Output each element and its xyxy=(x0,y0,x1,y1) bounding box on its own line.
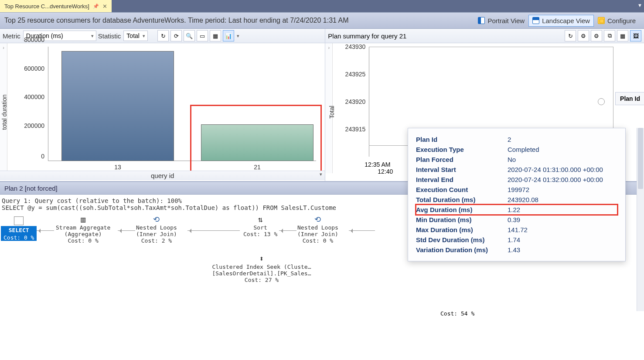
gear-icon xyxy=(598,17,605,24)
refresh-button[interactable]: ↻ xyxy=(565,30,576,41)
plan-summary-title: Plan summary for query 21 xyxy=(328,32,406,40)
document-tab[interactable]: Top Resource C...dventureWorks] 📌 ✕ xyxy=(0,0,112,12)
x-tick: 12:40 xyxy=(378,168,393,175)
y-axis-label: total duration xyxy=(1,95,8,130)
select-node[interactable]: SELECT xyxy=(1,226,37,234)
tooltip-row: Plan ForcedNo xyxy=(416,154,617,165)
unforce-plan-button[interactable]: ⚙ xyxy=(591,30,602,41)
configure-button[interactable]: Configure xyxy=(594,15,640,27)
landscape-icon xyxy=(532,17,539,24)
nested-loops-icon xyxy=(313,215,323,223)
close-icon[interactable]: ✕ xyxy=(102,3,107,10)
header-bar: Top 25 resource consumers for database A… xyxy=(0,12,644,29)
tooltip-row: Avg Duration (ms)1.22 xyxy=(416,205,617,215)
grid-view-button[interactable]: ▦ xyxy=(210,30,221,41)
x-tick: 13 xyxy=(114,164,121,171)
refresh-button[interactable]: ↻ xyxy=(157,30,169,41)
vertical-scrollbar[interactable] xyxy=(637,128,644,311)
toolbar-overflow-icon[interactable]: ▾ xyxy=(237,33,239,39)
x-tick: 12:35 AM xyxy=(365,161,390,168)
portrait-icon xyxy=(478,17,485,24)
landscape-view-button[interactable]: Landscape View xyxy=(528,15,594,27)
compare-plans-button[interactable]: ⧉ xyxy=(604,30,615,41)
tooltip-row: Variation Duration (ms)1.43 xyxy=(416,245,617,255)
grid-view-button[interactable]: ▦ xyxy=(617,30,628,41)
tooltip-row: Interval Start2020-07-24 01:31:00.000 +0… xyxy=(416,165,617,175)
index-seek-icon xyxy=(257,254,266,263)
x-axis-label: query id▾ xyxy=(0,171,325,180)
track-query-button[interactable]: 🔍 xyxy=(184,30,195,41)
statistic-select[interactable]: Total xyxy=(123,31,148,41)
x-tick: 21 xyxy=(254,164,261,171)
left-chart[interactable]: › total duration 0 200000 400000 600000 … xyxy=(0,43,325,181)
tooltip-row: Total Duration (ms)243920.08 xyxy=(416,195,617,205)
table-icon xyxy=(14,216,24,225)
page-title: Top 25 resource consumers for database A… xyxy=(4,17,349,24)
chart-view-button[interactable]: 🖼 xyxy=(630,30,641,41)
cost-54-label: Cost: 54 % xyxy=(440,310,474,317)
document-tab-title: Top Resource C...dventureWorks] xyxy=(4,3,89,10)
tab-bar: Top Resource C...dventureWorks] 📌 ✕ ▼ xyxy=(0,0,644,12)
left-toolbar: Metric Duration (ms) Statistic Total ↻ ⟳… xyxy=(0,29,325,43)
aggregate-icon xyxy=(78,215,88,223)
y-axis-label: Total xyxy=(328,106,335,119)
plan-tooltip: Plan Id2Execution TypeCompletedPlan Forc… xyxy=(408,128,626,261)
tooltip-row: Execution TypeCompleted xyxy=(416,144,617,154)
right-toolbar: Plan summary for query 21 ↻ ⚙ ⚙ ⧉ ▦ 🖼 xyxy=(325,29,644,43)
bar-query-13[interactable] xyxy=(61,51,174,161)
bar-query-21[interactable] xyxy=(201,124,313,161)
bar-plot[interactable]: 0 200000 400000 600000 800000 13 21 xyxy=(48,47,316,161)
plan-point[interactable] xyxy=(598,98,605,105)
chevron-down-icon[interactable]: ▾ xyxy=(320,169,322,179)
tooltip-row: Plan Id2 xyxy=(416,134,617,144)
detail-view-button[interactable]: ▭ xyxy=(197,30,208,41)
tooltip-row: Std Dev Duration (ms)1.74 xyxy=(416,235,617,245)
auto-refresh-button[interactable]: ⟳ xyxy=(170,30,182,41)
pin-icon[interactable]: 📌 xyxy=(93,3,99,9)
statistic-label: Statistic xyxy=(98,32,121,40)
scrollbar-thumb[interactable] xyxy=(638,128,643,189)
tooltip-row: Execution Count199972 xyxy=(416,185,617,195)
tooltip-row: Min Duration (ms)0.39 xyxy=(416,215,617,225)
sort-icon xyxy=(256,215,265,223)
tooltip-row: Interval End2020-07-24 01:32:00.000 +00:… xyxy=(416,175,617,185)
left-pane: Metric Duration (ms) Statistic Total ↻ ⟳… xyxy=(0,29,325,181)
portrait-view-button[interactable]: Portrait View xyxy=(474,15,528,27)
nested-loops-icon xyxy=(152,215,161,223)
tabbar-dropdown-icon[interactable]: ▼ xyxy=(637,3,642,8)
chart-view-button[interactable]: 📊 xyxy=(223,30,234,41)
tooltip-row: Max Duration (ms)141.72 xyxy=(416,225,617,235)
force-plan-button[interactable]: ⚙ xyxy=(578,30,589,41)
legend-plan-id[interactable]: Plan Id xyxy=(615,92,644,105)
